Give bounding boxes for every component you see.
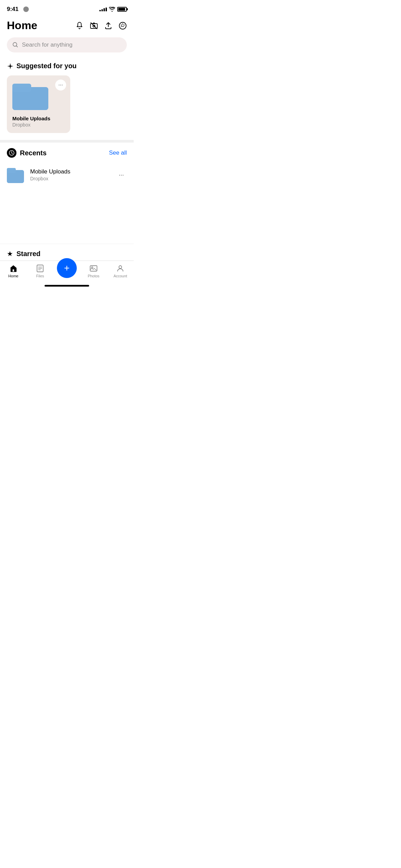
tab-files-label: Files: [36, 274, 44, 278]
sparkle-icon: [7, 63, 14, 70]
status-left: 9:41: [7, 6, 29, 13]
see-all-button[interactable]: See all: [109, 149, 127, 156]
battery-icon: [117, 7, 127, 12]
recents-header: Recents See all: [7, 148, 127, 158]
recents-title: Recents: [20, 149, 47, 157]
svg-point-18: [119, 266, 122, 268]
svg-point-5: [122, 23, 123, 24]
tab-photos[interactable]: Photos: [80, 264, 107, 278]
tab-photos-label: Photos: [88, 274, 99, 278]
recent-source-0: Dropbox: [30, 176, 110, 181]
search-placeholder: Search for anything: [22, 41, 72, 48]
upload-icon[interactable]: [104, 22, 112, 30]
home-tab-icon: [9, 264, 17, 273]
star-icon: ★: [7, 250, 13, 258]
recent-info-0: Mobile Uploads Dropbox: [30, 168, 110, 181]
suggested-grid: ··· Mobile Uploads Dropbox: [7, 75, 127, 133]
add-button[interactable]: +: [57, 258, 77, 278]
tab-files[interactable]: Files: [27, 264, 53, 278]
starred-title: Starred: [16, 250, 40, 258]
wifi-icon: [109, 7, 115, 12]
folder-large-icon: [12, 81, 50, 110]
signal-bars: [99, 8, 107, 11]
status-time: 9:41: [7, 6, 19, 13]
recent-item-0[interactable]: Mobile Uploads Dropbox ···: [7, 163, 127, 186]
recents-section: Recents See all Mobile Uploads Dropbox ·…: [0, 143, 134, 191]
battery-fill: [118, 8, 125, 11]
search-container: Search for anything: [0, 36, 134, 58]
page-title: Home: [7, 19, 37, 32]
tab-add[interactable]: +: [53, 263, 80, 278]
plus-icon: +: [64, 263, 70, 273]
starred-header: ★ Starred: [7, 250, 127, 258]
status-dot: [23, 7, 29, 12]
recent-more-button-0[interactable]: ···: [116, 169, 127, 180]
svg-point-4: [121, 24, 122, 25]
clock-icon: [7, 148, 16, 158]
notification-icon[interactable]: [75, 22, 84, 30]
status-right: [99, 7, 127, 12]
suggested-header: Suggested for you: [7, 62, 127, 70]
camera-off-icon[interactable]: [90, 22, 98, 30]
account-tab-icon: [116, 264, 124, 273]
recent-folder-icon: [7, 167, 25, 183]
svg-rect-10: [12, 87, 48, 110]
home-indicator: [45, 285, 89, 287]
tab-account-label: Account: [113, 274, 127, 278]
svg-rect-14: [7, 170, 24, 183]
recents-title-wrap: Recents: [7, 148, 47, 158]
tab-home-label: Home: [8, 274, 18, 278]
status-bar: 9:41: [0, 0, 134, 16]
search-bar[interactable]: Search for anything: [7, 37, 127, 52]
card-more-button[interactable]: ···: [55, 80, 66, 91]
svg-point-3: [119, 22, 126, 29]
suggested-card-0[interactable]: ··· Mobile Uploads Dropbox: [7, 75, 70, 133]
recent-name-0: Mobile Uploads: [30, 168, 110, 175]
tab-account[interactable]: Account: [107, 264, 134, 278]
header-icons: [75, 22, 127, 30]
files-tab-icon: [36, 264, 44, 273]
palette-icon[interactable]: [119, 22, 127, 30]
card-source-0: Dropbox: [12, 122, 65, 128]
card-name-0: Mobile Uploads: [12, 116, 65, 121]
photos-tab-icon: [89, 264, 98, 273]
search-icon: [12, 42, 19, 48]
tab-home[interactable]: Home: [0, 264, 27, 278]
svg-point-6: [124, 24, 125, 25]
section-divider: [0, 140, 134, 143]
suggested-title: Suggested for you: [16, 62, 77, 70]
suggested-section: Suggested for you ··· Mobile Uploads Dro…: [0, 58, 134, 140]
header: Home: [0, 16, 134, 36]
